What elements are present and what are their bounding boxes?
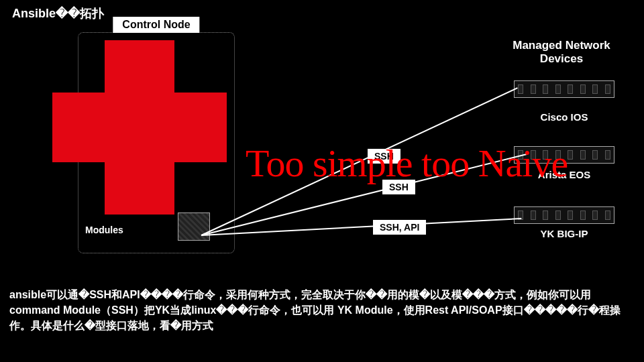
device-label-bigip: YK BIG-IP: [514, 228, 614, 239]
managed-devices-label: Managed Network Devices: [498, 39, 625, 66]
line-sshapi: [201, 218, 521, 236]
device-label-cisco: Cisco IOS: [514, 111, 614, 123]
modules-icon: [178, 213, 210, 241]
page-title: Ansible��拓扑: [12, 5, 104, 21]
device-bigip: [514, 206, 614, 224]
footer-text: ansible可以通�SSH和API����行命令，采用何种方式，完全取决于你�…: [9, 287, 633, 334]
overlay-text: Too simple too Naive: [246, 141, 568, 186]
red-cross-icon: [52, 40, 227, 215]
conn-tag-sshapi: SSH, API: [373, 220, 426, 235]
device-cisco: [514, 80, 614, 98]
